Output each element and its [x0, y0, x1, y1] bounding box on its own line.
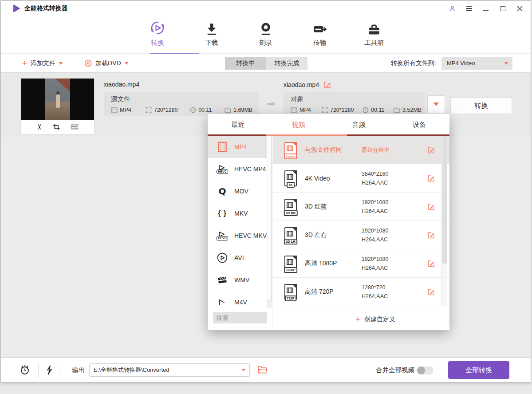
popup-tab-device[interactable]: 设备: [389, 114, 449, 134]
format-item-avi[interactable]: AVI: [208, 247, 272, 269]
target-resolution: 720*1280: [330, 107, 354, 113]
maximize-button[interactable]: [499, 4, 507, 12]
create-custom-button[interactable]: + 创建自定义: [355, 315, 395, 323]
source-format: MP4: [120, 107, 131, 113]
load-dvd-button[interactable]: 加载DVD: [84, 54, 128, 72]
tab-toolbox[interactable]: 工具箱: [357, 19, 391, 47]
preset-dropdown-button[interactable]: [427, 95, 445, 113]
video-thumbnail-card: ✂: [21, 79, 94, 134]
format-item-wmv[interactable]: WMV: [208, 269, 272, 291]
format-item-mkv[interactable]: { } MKV: [208, 202, 272, 225]
edit-preset-icon[interactable]: [427, 260, 435, 268]
transfer-icon: [303, 19, 337, 36]
tab-transfer-label: 传输: [303, 39, 337, 47]
bottom-bar: 输出 合并全部视频 全部转换: [1, 357, 531, 382]
tab-download[interactable]: 下载: [194, 19, 229, 47]
divider: [38, 362, 39, 378]
crop-icon[interactable]: [53, 123, 60, 130]
source-info-box: 源文件 MP4 720*1280 00:11 1.69MB: [104, 92, 259, 116]
open-folder-icon[interactable]: [257, 366, 268, 374]
app-title: 全能格式转换器: [24, 4, 68, 12]
format-list-panel: MP4 HEVC HEVC MP4 Q MOV { } MKV: [208, 136, 272, 330]
format-list-scrollbar[interactable]: [267, 136, 272, 308]
toggle-knob: [417, 366, 425, 374]
edit-preset-icon[interactable]: [427, 146, 435, 154]
edit-preset-icon[interactable]: [427, 174, 435, 182]
video-file-icon: 3D LR: [284, 227, 297, 243]
effects-icon[interactable]: [71, 123, 79, 130]
output-format-popup: 最近 视频 音频 设备 MP4 HEVC HEVC: [208, 114, 449, 330]
plus-icon: +: [22, 59, 27, 67]
burn-icon: [248, 19, 283, 36]
minimize-button[interactable]: [482, 4, 490, 12]
target-duration: 00:11: [371, 107, 384, 113]
tab-burn-label: 刻录: [248, 39, 283, 47]
convert-button[interactable]: 转换: [450, 97, 512, 114]
convert-to-label: 转换所有文件到:: [391, 59, 436, 67]
segment-finished[interactable]: 转换完成: [266, 57, 307, 70]
preset-3d-sbs[interactable]: 3D LR 3D 左右 1920*1080H264,AAC: [273, 221, 449, 249]
toolbar: + 添加文件 加载DVD 转换中 转换完成 转换所有文件到: MP4 Video: [1, 54, 531, 73]
edit-preset-icon[interactable]: [427, 231, 435, 239]
tab-burn[interactable]: 刻录: [248, 19, 283, 47]
chevron-down-icon: [504, 62, 508, 65]
preset-list-scrollbar[interactable]: [441, 136, 447, 306]
convert-icon: [140, 19, 175, 36]
plus-icon: +: [355, 315, 360, 323]
hevc-play-icon: HEVC: [216, 229, 229, 242]
rename-icon[interactable]: [323, 81, 331, 89]
hevc-play-icon: HEVC: [216, 162, 229, 176]
source-duration: 00:11: [198, 107, 212, 113]
format-search-input[interactable]: [213, 312, 267, 323]
tab-convert[interactable]: 转换: [140, 19, 175, 47]
format-item-m4v[interactable]: M4V: [208, 291, 272, 308]
format-item-mov[interactable]: Q MOV: [208, 180, 272, 202]
tab-transfer[interactable]: 传输: [303, 19, 337, 47]
trim-icon[interactable]: ✂: [35, 124, 43, 130]
preset-3d-anaglyph[interactable]: 3D RB 3D 红蓝 1920*1080H264,AAC: [273, 193, 449, 221]
film-icon: [291, 107, 297, 113]
video-file-icon: 1080P: [284, 256, 297, 272]
menu-icon[interactable]: [465, 4, 473, 12]
video-file-icon: 4K: [284, 170, 297, 186]
merge-videos-toggle[interactable]: [417, 366, 433, 374]
edit-preset-icon[interactable]: [427, 203, 435, 211]
chevron-down-icon[interactable]: [242, 369, 245, 371]
account-icon[interactable]: [448, 4, 456, 12]
popup-tab-recent[interactable]: 最近: [208, 114, 268, 134]
source-filename: xiaodao.mp4: [104, 81, 139, 88]
arrow-right-icon: [266, 100, 276, 109]
source-size: 1.69MB: [233, 107, 252, 113]
high-speed-icon[interactable]: [45, 365, 54, 375]
video-file-icon: 720P: [284, 284, 297, 300]
clock-icon: [190, 107, 196, 113]
video-thumbnail[interactable]: [21, 79, 94, 120]
close-button[interactable]: [516, 4, 524, 12]
popup-tab-audio[interactable]: 音频: [329, 114, 389, 134]
segment-converting[interactable]: 转换中: [225, 57, 266, 70]
dvd-icon: [84, 59, 92, 67]
format-item-hevc-mp4[interactable]: HEVC HEVC MP4: [208, 158, 272, 180]
convert-all-button[interactable]: 全部转换: [448, 361, 509, 379]
format-item-mp4[interactable]: MP4: [208, 136, 272, 158]
film-icon: [111, 107, 118, 113]
clock-icon: [363, 107, 369, 113]
format-item-hevc-mkv[interactable]: HEVC HEVC MKV: [208, 225, 272, 247]
download-icon: [194, 19, 229, 36]
add-file-button[interactable]: + 添加文件: [22, 54, 63, 72]
target-format-dropdown[interactable]: MP4 Video: [441, 57, 512, 70]
chevron-down-icon[interactable]: [59, 62, 63, 65]
schedule-icon[interactable]: [20, 365, 30, 375]
load-dvd-label: 加载DVD: [95, 59, 121, 67]
target-info-box: 对象 MP4 720*1280 00:11 3.52MB: [284, 92, 425, 116]
preset-hd-720p[interactable]: 720P 高清 720P 1280*720H264,AAC: [273, 278, 449, 306]
popup-tab-video[interactable]: 视频: [268, 114, 328, 134]
output-path-input[interactable]: [89, 363, 250, 377]
filmstrip-icon: [216, 140, 229, 154]
preset-4k[interactable]: 4K 4K Video 3840*2160H264,AAC: [273, 164, 449, 193]
chevron-down-icon[interactable]: [125, 62, 128, 65]
merge-videos-label: 合并全部视频: [376, 366, 414, 374]
edit-preset-icon[interactable]: [427, 288, 435, 296]
preset-same-as-source[interactable]: source 与源文件相同 原始分辨率: [273, 136, 449, 164]
preset-hd-1080p[interactable]: 1080P 高清 1080P 1920*1080H264,AAC: [273, 249, 449, 278]
